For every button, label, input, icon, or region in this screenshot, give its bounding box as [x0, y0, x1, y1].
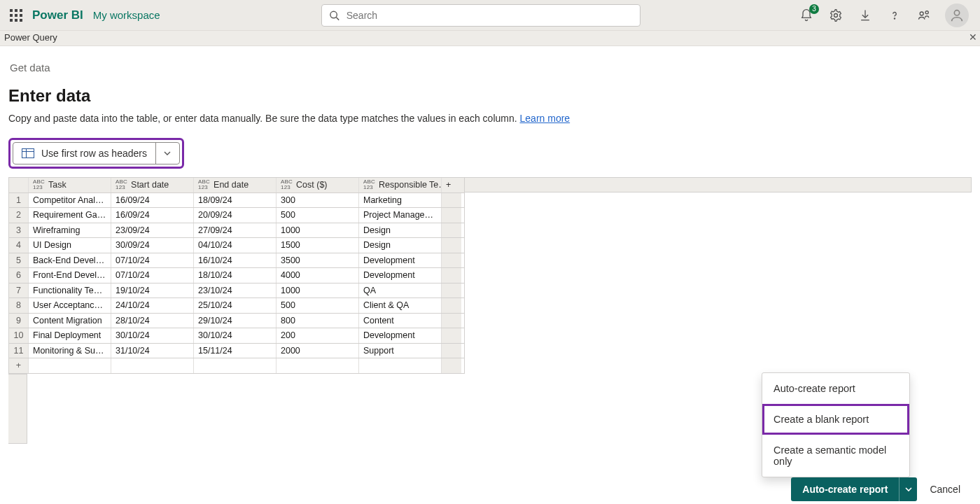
table-cell[interactable]: Front-End Develop… — [29, 268, 111, 283]
add-row-button[interactable]: + — [9, 358, 29, 373]
table-row[interactable]: 7Functionality Testing19/10/2423/10/2410… — [9, 284, 464, 299]
row-index[interactable]: 6 — [9, 268, 29, 283]
table-cell[interactable]: 23/10/24 — [194, 284, 276, 298]
table-cell[interactable]: 500 — [276, 208, 359, 223]
table-cell[interactable]: 16/09/24 — [111, 208, 194, 223]
table-cell[interactable]: Final Deployment — [29, 328, 111, 343]
table-cell[interactable]: 29/10/24 — [194, 314, 276, 328]
data-grid[interactable]: ABC123TaskABC123Start dateABC123End date… — [8, 177, 465, 374]
use-first-row-dropdown[interactable] — [155, 143, 179, 164]
table-cell[interactable]: Marketing — [359, 193, 442, 208]
row-index[interactable]: 4 — [9, 238, 29, 253]
table-cell[interactable]: 24/10/24 — [111, 298, 194, 313]
menu-create-semantic-model[interactable]: Create a semantic model only — [762, 435, 909, 477]
table-cell[interactable]: Client & QA — [359, 298, 442, 313]
table-cell[interactable]: 4000 — [276, 268, 359, 283]
table-cell[interactable]: 1000 — [276, 284, 359, 298]
column-header[interactable]: ABC123Task — [29, 178, 111, 192]
settings-icon[interactable] — [827, 7, 844, 24]
use-first-row-button[interactable]: Use first row as headers — [13, 142, 180, 164]
table-cell[interactable]: 1500 — [276, 238, 359, 253]
table-cell[interactable]: 2000 — [276, 344, 359, 358]
table-cell[interactable]: 500 — [276, 298, 359, 313]
table-cell[interactable]: 200 — [276, 328, 359, 343]
table-row[interactable]: 3Wireframing23/09/2427/09/241000Design — [9, 223, 464, 239]
table-cell[interactable]: 28/10/24 — [111, 314, 194, 328]
breadcrumb-get-data[interactable]: Get data — [8, 53, 972, 86]
column-header[interactable]: ABC123Responsible Te… — [359, 178, 442, 192]
table-cell[interactable]: 15/11/24 — [194, 344, 276, 358]
table-cell[interactable]: Requirement Gathe… — [29, 208, 111, 223]
row-index[interactable]: 11 — [9, 344, 29, 358]
menu-auto-create-report[interactable]: Auto-create report — [762, 373, 909, 404]
auto-create-dropdown-toggle[interactable] — [899, 477, 917, 501]
table-row[interactable]: 9Content Migration28/10/2429/10/24800Con… — [9, 314, 464, 329]
close-icon[interactable]: ✕ — [969, 31, 977, 43]
row-index[interactable]: 5 — [9, 253, 29, 268]
table-row[interactable]: 5Back-End Develop…07/10/2416/10/243500De… — [9, 253, 464, 269]
row-index[interactable]: 9 — [9, 314, 29, 328]
table-cell[interactable]: User Acceptance T… — [29, 298, 111, 313]
add-column-button[interactable]: + — [442, 178, 461, 192]
empty-cell[interactable] — [29, 358, 111, 373]
table-cell[interactable]: 07/10/24 — [111, 268, 194, 283]
help-icon[interactable] — [886, 7, 903, 24]
feedback-icon[interactable] — [916, 7, 932, 24]
table-cell[interactable]: 07/10/24 — [111, 253, 194, 268]
table-cell[interactable]: Content — [359, 314, 442, 328]
table-cell[interactable]: Design — [359, 223, 442, 238]
column-header[interactable]: ABC123Cost ($) — [276, 178, 359, 192]
table-cell[interactable]: Development — [359, 268, 442, 283]
table-row[interactable]: 1Competitor Analysis16/09/2418/09/24300M… — [9, 193, 464, 209]
cancel-button[interactable]: Cancel — [930, 484, 960, 495]
table-cell[interactable]: 19/10/24 — [111, 284, 194, 298]
table-row[interactable]: 10Final Deployment30/10/2430/10/24200Dev… — [9, 328, 464, 344]
learn-more-link[interactable]: Learn more — [520, 113, 570, 124]
row-index[interactable]: 3 — [9, 223, 29, 238]
table-cell[interactable]: Support — [359, 344, 442, 358]
notifications-icon[interactable]: 3 — [798, 7, 815, 24]
table-cell[interactable]: Content Migration — [29, 314, 111, 328]
download-icon[interactable] — [857, 7, 874, 24]
table-cell[interactable]: Monitoring & Support — [29, 344, 111, 358]
table-cell[interactable]: Competitor Analysis — [29, 193, 111, 208]
row-index[interactable]: 8 — [9, 298, 29, 313]
table-cell[interactable]: QA — [359, 284, 442, 298]
table-cell[interactable]: 23/09/24 — [111, 223, 194, 238]
table-cell[interactable]: Design — [359, 238, 442, 253]
table-cell[interactable]: 04/10/24 — [194, 238, 276, 253]
table-row[interactable]: 8User Acceptance T…24/10/2425/10/24500Cl… — [9, 298, 464, 314]
row-index[interactable]: 1 — [9, 193, 29, 208]
table-cell[interactable]: 16/10/24 — [194, 253, 276, 268]
table-cell[interactable]: 800 — [276, 314, 359, 328]
table-cell[interactable]: Project Management — [359, 208, 442, 223]
table-cell[interactable]: 18/10/24 — [194, 268, 276, 283]
search-input[interactable] — [345, 9, 633, 22]
empty-cell[interactable] — [359, 358, 442, 373]
empty-cell[interactable] — [194, 358, 276, 373]
table-cell[interactable]: 30/10/24 — [111, 328, 194, 343]
table-cell[interactable]: 300 — [276, 193, 359, 208]
search-box[interactable] — [321, 4, 640, 27]
table-cell[interactable]: 20/09/24 — [194, 208, 276, 223]
table-cell[interactable]: 31/10/24 — [111, 344, 194, 358]
column-header[interactable]: ABC123Start date — [111, 178, 194, 192]
account-avatar[interactable] — [945, 4, 969, 27]
table-cell[interactable]: 30/10/24 — [194, 328, 276, 343]
menu-create-blank-report[interactable]: Create a blank report — [762, 404, 909, 435]
table-cell[interactable]: Back-End Develop… — [29, 253, 111, 268]
brand-title[interactable]: Power BI — [32, 8, 83, 22]
table-row[interactable]: 11Monitoring & Support31/10/2415/11/2420… — [9, 344, 464, 359]
table-cell[interactable]: 1000 — [276, 223, 359, 238]
table-cell[interactable]: Development — [359, 328, 442, 343]
table-cell[interactable]: Development — [359, 253, 442, 268]
table-row[interactable]: 6Front-End Develop…07/10/2418/10/244000D… — [9, 268, 464, 284]
row-index[interactable]: 7 — [9, 284, 29, 298]
table-row[interactable]: 2Requirement Gathe…16/09/2420/09/24500Pr… — [9, 208, 464, 223]
table-cell[interactable]: Functionality Testing — [29, 284, 111, 298]
auto-create-split-button[interactable]: Auto-create report — [791, 477, 917, 501]
table-cell[interactable]: 16/09/24 — [111, 193, 194, 208]
row-index[interactable]: 2 — [9, 208, 29, 223]
col-select-all[interactable] — [9, 178, 29, 192]
table-cell[interactable]: 30/09/24 — [111, 238, 194, 253]
